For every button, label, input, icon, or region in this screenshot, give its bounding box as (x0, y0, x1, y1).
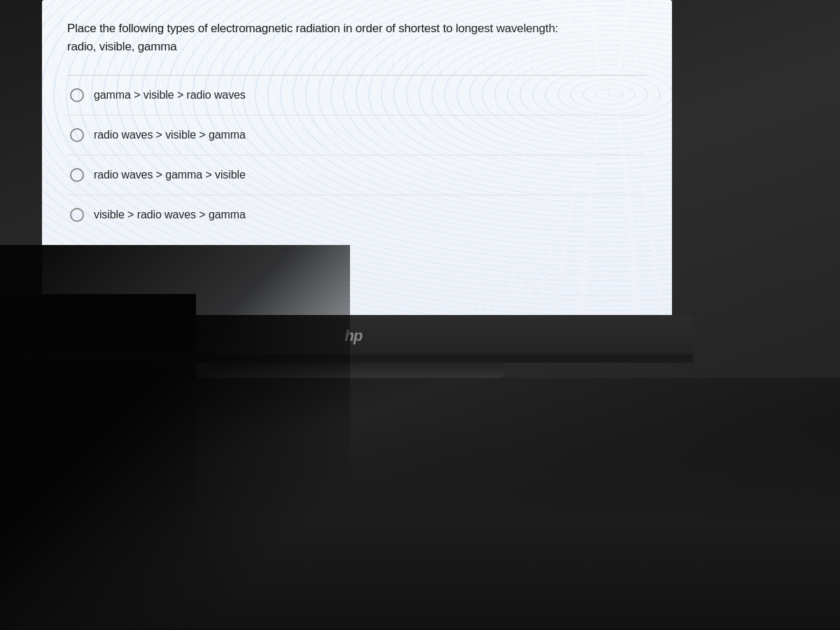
question-card: Place the following types of electromagn… (42, 0, 672, 257)
option-label-1: gamma > visible > radio waves (94, 89, 246, 102)
question-text: Place the following types of electromagn… (67, 20, 647, 55)
taskbar-strip (14, 354, 693, 363)
options-list: gamma > visible > radio waves radio wave… (67, 76, 647, 234)
radio-button-1[interactable] (70, 88, 84, 102)
option-item-2[interactable]: radio waves > visible > gamma (67, 115, 647, 155)
option-label-2: radio waves > visible > gamma (94, 129, 246, 141)
option-item-4[interactable]: visible > radio waves > gamma (67, 195, 647, 234)
option-label-4: visible > radio waves > gamma (94, 209, 246, 221)
dark-overlay-left (0, 294, 196, 630)
question-line1: Place the following types of electromagn… (67, 22, 558, 35)
option-item-1[interactable]: gamma > visible > radio waves (67, 76, 647, 115)
radio-button-2[interactable] (70, 128, 84, 142)
question-line2: radio, visible, gamma (67, 40, 176, 53)
hp-logo: hp (345, 327, 363, 345)
option-item-3[interactable]: radio waves > gamma > visible (67, 155, 647, 195)
laptop-screen: Place the following types of electromagn… (42, 0, 672, 315)
option-label-3: radio waves > gamma > visible (94, 169, 246, 181)
radio-button-3[interactable] (70, 168, 84, 182)
radio-button-4[interactable] (70, 208, 84, 222)
